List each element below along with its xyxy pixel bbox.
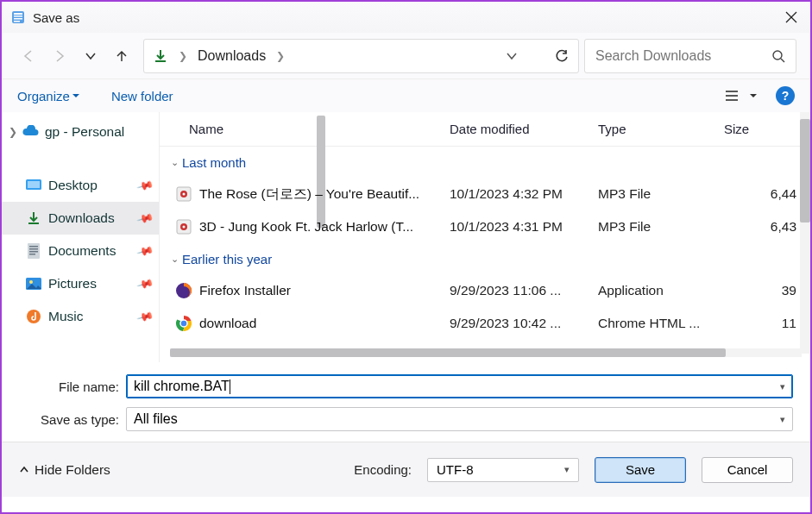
svg-rect-19 [29,251,38,253]
svg-rect-17 [29,246,38,248]
sidebar-item-documents[interactable]: Documents📌 [2,235,159,267]
sidebar-item-downloads[interactable]: Downloads📌 [2,202,159,235]
svg-point-26 [183,193,186,196]
hide-folders-button[interactable]: Hide Folders [19,462,110,478]
firefox-icon [175,282,192,299]
group-label: Last month [182,155,246,170]
svg-rect-1 [14,13,22,15]
sidebar-item-pictures[interactable]: Pictures📌 [2,267,159,300]
sidebar-item-music[interactable]: Music📌 [2,300,159,333]
vertical-scrollbar[interactable] [800,112,810,354]
titlebar: Save as [2,2,810,33]
svg-rect-4 [14,21,20,22]
breadcrumb-separator-icon: ❯ [179,50,187,62]
column-header-size[interactable]: Size [724,122,810,136]
filename-combo[interactable]: kill chrome.BAT ▾ [126,374,793,398]
hide-folders-label: Hide Folders [35,462,110,478]
sidebar-item-label: Pictures [48,276,97,291]
chevron-down-icon[interactable]: ▾ [780,381,785,392]
address-bar[interactable]: ❯ Downloads ❯ [143,39,579,73]
file-row[interactable]: 3D - Jung Kook Ft. Jack Harlow (T...10/1… [160,210,810,243]
view-dropdown-button[interactable] [746,83,760,109]
download-folder-icon [153,48,168,64]
file-row[interactable]: Firefox Installer9/29/2023 11:06 ...Appl… [160,274,810,307]
encoding-label: Encoding: [354,462,412,477]
close-icon [785,11,797,23]
file-row[interactable]: download9/29/2023 10:42 ...Chrome HTML .… [160,307,810,340]
pin-icon: 📌 [135,308,154,326]
vertical-scrollbar-thumb[interactable] [800,119,810,223]
refresh-button[interactable] [554,48,570,64]
up-button[interactable] [109,43,135,69]
search-input[interactable] [595,48,771,64]
media-icon [175,218,192,235]
savetype-label: Save as type: [19,412,126,427]
breadcrumb-location[interactable]: Downloads [198,48,266,64]
chevron-right-icon: ❯ [5,126,21,138]
pin-icon: 📌 [135,242,154,260]
svg-point-29 [183,226,186,229]
view-options-button[interactable] [721,83,746,109]
save-button[interactable]: Save [595,457,686,483]
chevron-down-icon[interactable]: ▾ [780,414,785,425]
chevron-down-icon: ⌄ [167,157,182,168]
recent-locations-button[interactable] [78,43,104,69]
close-button[interactable] [772,2,810,33]
file-size: 39 [724,283,810,298]
svg-point-22 [29,280,33,284]
search-icon [771,49,785,63]
svg-rect-18 [29,248,38,250]
file-type: MP3 File [598,186,724,202]
column-header-date[interactable]: Date modified [450,122,598,136]
search-box[interactable] [584,39,796,73]
toolbar: Organize New folder ? [2,79,810,112]
file-size: 6,43 [724,219,810,235]
organize-label: Organize [17,89,70,103]
cancel-button[interactable]: Cancel [702,457,793,483]
text-caret [230,379,230,394]
arrow-right-icon [52,48,67,64]
app-icon [10,9,26,25]
file-date: 10/1/2023 4:31 PM [450,219,598,235]
sidebar-item-label: Documents [48,243,116,259]
file-group-header[interactable]: ⌄Last month [160,147,810,178]
forward-button[interactable] [47,43,72,69]
file-type: MP3 File [598,219,724,235]
desktop-icon [24,176,43,195]
column-header-type[interactable]: Type [598,122,724,136]
content-area: ❯ gp - Personal Desktop📌Downloads📌Docume… [2,112,810,362]
back-button[interactable] [16,43,41,69]
file-date: 9/29/2023 11:06 ... [450,283,598,298]
file-name: download [199,316,256,331]
media-icon [175,185,192,203]
group-label: Earlier this year [182,252,272,266]
file-row[interactable]: The Rose (더로즈) – You're Beautif...10/1/2… [160,178,810,210]
caret-down-icon [72,91,80,100]
pictures-icon [24,274,43,293]
breadcrumb-separator-icon[interactable]: ❯ [276,50,285,62]
encoding-combo[interactable]: UTF-8 ▾ [427,458,579,482]
save-fields-area: File name: kill chrome.BAT ▾ Save as typ… [2,362,810,442]
sidebar-item-desktop[interactable]: Desktop📌 [2,169,159,202]
new-folder-button[interactable]: New folder [111,89,173,103]
sidebar: ❯ gp - Personal Desktop📌Downloads📌Docume… [2,112,160,362]
column-header-name[interactable]: Name [175,122,450,136]
organize-button[interactable]: Organize [17,89,80,103]
savetype-combo[interactable]: All files ▾ [126,407,793,431]
music-icon [24,307,43,326]
horizontal-scrollbar-thumb[interactable] [170,348,726,357]
file-group-header[interactable]: ⌄Earlier this year [160,243,810,274]
horizontal-scrollbar[interactable] [170,348,802,357]
cloud-icon [21,122,40,141]
nav-bar: ❯ Downloads ❯ [2,33,810,79]
refresh-icon [554,48,570,64]
chevron-down-icon [85,50,97,62]
address-dropdown-button[interactable] [506,50,518,62]
window-title: Save as [33,10,79,25]
help-button[interactable]: ? [776,86,795,105]
document-icon [24,241,43,260]
pin-icon: 📌 [135,275,154,293]
sidebar-root-item[interactable]: ❯ gp - Personal [2,116,159,148]
svg-rect-3 [14,18,22,20]
chevron-down-icon[interactable]: ▾ [564,464,570,475]
